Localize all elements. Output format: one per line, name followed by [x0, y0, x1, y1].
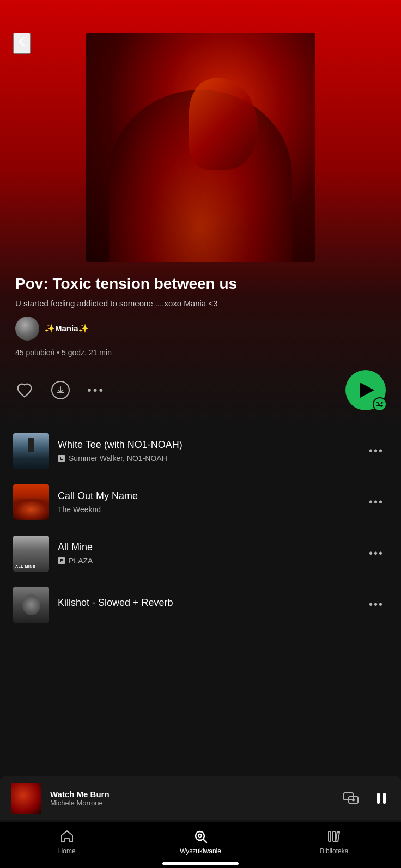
svg-point-2 — [352, 799, 355, 802]
album-art — [86, 33, 315, 262]
artist-names: Summer Walker, NO1-NOAH — [69, 454, 167, 463]
track-item[interactable]: White Tee (with NO1-NOAH) E Summer Walke… — [0, 426, 401, 477]
track-more-button[interactable]: ••• — [364, 543, 388, 564]
artist-names: PLAZA — [69, 556, 93, 565]
svg-line-7 — [203, 839, 206, 842]
author-avatar — [15, 317, 39, 341]
nav-label-library: Biblioteka — [320, 847, 348, 855]
track-more-button[interactable]: ••• — [364, 594, 388, 615]
shuffle-badge — [373, 397, 387, 411]
pause-button[interactable] — [373, 790, 390, 807]
like-button[interactable] — [15, 381, 34, 399]
svg-point-6 — [198, 834, 202, 837]
track-name: All Mine — [58, 542, 356, 553]
library-icon — [326, 829, 342, 844]
track-info: White Tee (with NO1-NOAH) E Summer Walke… — [58, 439, 356, 463]
track-thumbnail — [13, 484, 49, 520]
album-art-image — [86, 33, 315, 262]
home-indicator — [162, 862, 239, 865]
svg-rect-4 — [383, 793, 386, 804]
header-section: Pov: Toxic tension between us U started … — [0, 0, 401, 426]
more-options-button[interactable]: ••• — [87, 383, 105, 397]
svg-rect-8 — [329, 831, 331, 841]
track-artists: E PLAZA — [58, 556, 356, 565]
download-icon — [51, 381, 70, 399]
svg-rect-3 — [377, 793, 380, 804]
now-playing-info: Watch Me Burn Michele Morrone — [50, 790, 333, 807]
more-icon: ••• — [87, 383, 105, 397]
nav-label-home: Home — [58, 847, 76, 855]
playlist-info: Pov: Toxic tension between us U started … — [0, 262, 401, 357]
search-icon — [193, 829, 208, 844]
album-art-wrapper — [0, 33, 401, 262]
track-name: Killshot - Slowed + Reverb — [58, 597, 356, 609]
now-playing-controls — [342, 790, 390, 807]
playlist-author[interactable]: ✨Mania✨ — [15, 317, 386, 341]
bottom-navigation: Home Wyszukiwanie Biblioteka — [0, 822, 401, 868]
explicit-badge: E — [58, 455, 65, 462]
playlist-title: Pov: Toxic tension between us — [15, 275, 386, 293]
track-info: Call Out My Name The Weeknd — [58, 490, 356, 514]
svg-rect-9 — [333, 831, 335, 841]
artist-names: The Weeknd — [58, 505, 101, 514]
track-name: White Tee (with NO1-NOAH) — [58, 439, 356, 451]
now-playing-artist: Michele Morrone — [50, 799, 333, 807]
track-artists: E Summer Walker, NO1-NOAH — [58, 454, 356, 463]
now-playing-title: Watch Me Burn — [50, 790, 333, 799]
play-button-wrapper — [345, 370, 386, 410]
track-info: Killshot - Slowed + Reverb — [58, 597, 356, 612]
track-item[interactable]: Call Out My Name The Weeknd ••• — [0, 477, 401, 528]
device-picker-button[interactable] — [342, 790, 360, 807]
track-item[interactable]: Killshot - Slowed + Reverb ••• — [0, 579, 401, 630]
controls-row: ••• — [0, 370, 401, 426]
now-playing-bar[interactable]: Watch Me Burn Michele Morrone — [0, 776, 401, 820]
nav-item-library[interactable]: Biblioteka — [312, 829, 356, 855]
nav-item-home[interactable]: Home — [45, 829, 89, 855]
author-name: ✨Mania✨ — [45, 324, 89, 333]
track-name: Call Out My Name — [58, 490, 356, 502]
nav-item-search[interactable]: Wyszukiwanie — [179, 829, 222, 855]
track-more-button[interactable]: ••• — [364, 491, 388, 513]
playlist-meta: 45 polubień • 5 godz. 21 min — [15, 348, 386, 357]
home-icon — [59, 829, 75, 844]
track-thumbnail — [13, 433, 49, 469]
play-triangle-icon — [360, 383, 374, 398]
track-more-button[interactable]: ••• — [364, 440, 388, 462]
download-button[interactable] — [51, 381, 70, 399]
controls-left: ••• — [15, 381, 105, 399]
track-info: All Mine E PLAZA — [58, 542, 356, 565]
now-playing-thumbnail — [11, 783, 41, 814]
track-item[interactable]: All Mine E PLAZA ••• — [0, 528, 401, 579]
track-list: White Tee (with NO1-NOAH) E Summer Walke… — [0, 426, 401, 718]
playlist-description: U started feeling addicted to someone ..… — [15, 299, 386, 308]
track-thumbnail — [13, 587, 49, 623]
nav-label-search: Wyszukiwanie — [180, 847, 221, 855]
track-thumbnail — [13, 536, 49, 572]
track-artists: The Weeknd — [58, 505, 356, 514]
explicit-badge: E — [58, 557, 65, 564]
back-button[interactable] — [13, 33, 31, 54]
